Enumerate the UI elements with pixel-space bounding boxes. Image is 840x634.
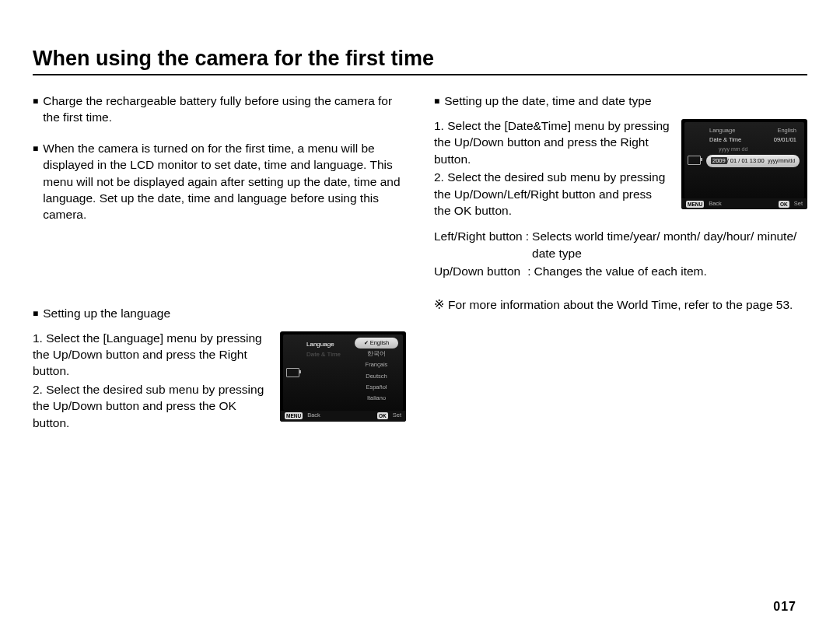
lcd-row: Date & Time 09/01/01 xyxy=(706,136,800,144)
subheading-text: Setting up the language xyxy=(43,305,170,322)
lcd-menu-label: Date & Time xyxy=(306,350,341,359)
steps-list: 1. Select the [Date&Time] menu by pressi… xyxy=(434,117,670,220)
definition-label: Up/Down button xyxy=(434,263,520,279)
bullet-item: ■ When the camera is turned on for the f… xyxy=(33,140,406,223)
subheading-text: Setting up the date, time and date type xyxy=(444,93,651,110)
battery-icon xyxy=(286,368,299,377)
step: 1. Select the [Date&Time] menu by pressi… xyxy=(434,117,670,167)
square-bullet-icon: ■ xyxy=(434,93,439,110)
check-icon: ✔ xyxy=(364,340,369,345)
lcd-footer: MENU Back OK Set xyxy=(280,411,406,422)
lcd-language-list: ✔English 한국어 Français Deutsch Español It… xyxy=(355,338,398,405)
left-column: ■ Charge the rechargeable battery fully … xyxy=(33,93,411,433)
ok-tag-icon: OK xyxy=(779,201,789,208)
square-bullet-icon: ■ xyxy=(33,140,38,223)
subheading: ■ Setting up the date, time and date typ… xyxy=(434,93,807,110)
colon-separator: : xyxy=(523,228,532,261)
lcd-row-label: Language xyxy=(709,127,735,135)
lcd-row-value: 09/01/01 xyxy=(774,136,796,144)
square-bullet-icon: ■ xyxy=(33,305,38,322)
page-title: When using the camera for the first time xyxy=(33,47,807,71)
lcd-lang-option: 한국어 xyxy=(355,349,398,359)
title-rule xyxy=(33,74,807,75)
ok-tag-icon: OK xyxy=(377,412,388,419)
bullet-text: When the camera is turned on for the fir… xyxy=(43,140,406,223)
subheading: ■ Setting up the language xyxy=(33,305,406,322)
lcd-date-editor: 2009/ 01 / 01 13:00 yyyy/mm/dd xyxy=(706,155,800,167)
lcd-footer: MENU Back OK Set xyxy=(681,198,807,209)
button-definitions: Left/Right button : Selects world time/y… xyxy=(434,228,807,279)
lcd-footer-back: Back xyxy=(709,200,722,208)
lcd-year-selected: 2009 xyxy=(711,157,727,164)
lcd-footer-set: Set xyxy=(393,412,401,419)
lcd-lang-option: Italiano xyxy=(355,393,398,404)
definition-row: Left/Right button : Selects world time/y… xyxy=(434,228,807,261)
step: 1. Select the [Language] menu by pressin… xyxy=(33,330,269,380)
lcd-datetime-screenshot: Language English Date & Time 09/01/01 yy… xyxy=(681,119,807,209)
menu-tag-icon: MENU xyxy=(285,412,303,419)
right-column: ■ Setting up the date, time and date typ… xyxy=(434,93,807,433)
lcd-lang-option: Français xyxy=(355,359,398,370)
lcd-row-label: Date & Time xyxy=(709,136,741,144)
lcd-language-screenshot: Language Date & Time ✔English 한국어 França… xyxy=(280,331,406,422)
lcd-lang-option: Deutsch xyxy=(355,371,398,382)
bullet-item: ■ Charge the rechargeable battery fully … xyxy=(33,93,406,126)
reference-mark-icon: ※ xyxy=(434,296,444,313)
lcd-format-hint: yyyy mm dd xyxy=(716,145,800,153)
steps-list: 1. Select the [Language] menu by pressin… xyxy=(33,330,269,433)
square-bullet-icon: ■ xyxy=(33,93,38,126)
step: 2. Select the desired sub menu by pressi… xyxy=(33,381,269,431)
colon-separator: : xyxy=(520,263,534,279)
battery-icon xyxy=(688,156,701,165)
definition-value: Changes the value of each item. xyxy=(534,263,706,279)
definition-row: Up/Down button : Changes the value of ea… xyxy=(434,263,807,279)
step: 2. Select the desired sub menu by pressi… xyxy=(434,169,670,219)
reference-note: ※ For more information about the World T… xyxy=(434,296,807,313)
lcd-row-value: English xyxy=(777,127,796,135)
lcd-lang-option: ✔English xyxy=(355,338,398,349)
lcd-date-type: yyyy/mm/dd xyxy=(768,158,795,165)
lcd-footer-set: Set xyxy=(794,200,803,208)
lcd-row: Language English xyxy=(706,127,800,135)
definition-value: Selects world time/year/ month/ day/hour… xyxy=(532,228,807,261)
lcd-menu-label: Language xyxy=(306,340,334,349)
definition-label: Left/Right button xyxy=(434,228,523,261)
page-number: 017 xyxy=(773,600,796,614)
lcd-footer-back: Back xyxy=(307,412,320,419)
bullet-text: Charge the rechargeable battery fully be… xyxy=(43,93,406,126)
menu-tag-icon: MENU xyxy=(686,201,704,208)
lcd-lang-option: Español xyxy=(355,382,398,393)
note-text: For more information about the World Tim… xyxy=(448,296,793,313)
